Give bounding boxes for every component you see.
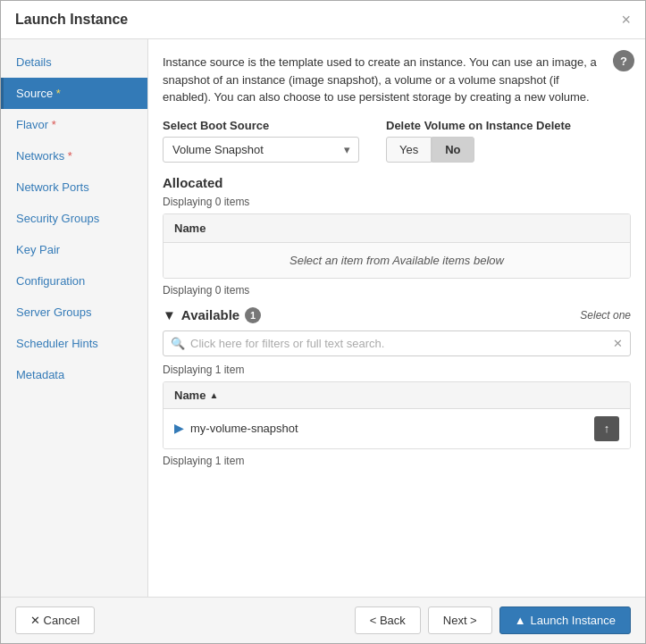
chevron-down-icon: ▼ bbox=[163, 307, 176, 322]
allocated-table: Name Select an item from Available items… bbox=[163, 213, 631, 279]
expand-row-button[interactable]: ▶ bbox=[174, 422, 183, 435]
sidebar-item-configuration[interactable]: Configuration bbox=[1, 265, 147, 297]
allocated-name-header: Name bbox=[164, 214, 630, 243]
delete-volume-yes[interactable]: Yes bbox=[386, 137, 432, 163]
boot-source-select[interactable]: Image Instance Snapshot Volume Volume Sn… bbox=[163, 137, 359, 163]
modal-header: Launch Instance × bbox=[1, 1, 645, 39]
delete-volume-no[interactable]: No bbox=[432, 137, 474, 163]
available-section: ▼ Available 1 Select one 🔍 ✕ Displaying … bbox=[163, 307, 631, 467]
available-name-header: Name ▲ bbox=[164, 382, 630, 409]
sort-arrow-icon[interactable]: ▲ bbox=[209, 390, 218, 400]
launch-instance-modal: Launch Instance × Details Source * Flavo… bbox=[0, 0, 646, 644]
back-button[interactable]: < Back bbox=[355, 606, 421, 634]
footer-right: < Back Next > ▲ Launch Instance bbox=[355, 606, 631, 634]
search-icon: 🔍 bbox=[171, 337, 185, 350]
boot-source-select-wrapper: Image Instance Snapshot Volume Volume Sn… bbox=[163, 137, 359, 163]
available-badge: 1 bbox=[245, 307, 261, 323]
help-button[interactable]: ? bbox=[613, 50, 634, 71]
allocated-display-count: Displaying 0 items bbox=[163, 196, 631, 208]
row-left: ▶ my-volume-snapshot bbox=[174, 422, 298, 435]
main-content: ? Instance source is the template used t… bbox=[148, 39, 645, 597]
delete-volume-toggle: Yes No bbox=[386, 137, 571, 163]
row-name: my-volume-snapshot bbox=[190, 422, 298, 435]
clear-search-button[interactable]: ✕ bbox=[613, 337, 623, 350]
delete-volume-label: Delete Volume on Instance Delete bbox=[386, 119, 571, 132]
available-title-group[interactable]: ▼ Available 1 bbox=[163, 307, 261, 323]
sidebar-item-flavor[interactable]: Flavor * bbox=[1, 109, 147, 140]
sidebar-item-key-pair[interactable]: Key Pair bbox=[1, 234, 147, 265]
launch-instance-button[interactable]: ▲ Launch Instance bbox=[499, 606, 631, 634]
modal-footer: ✕ Cancel < Back Next > ▲ Launch Instance bbox=[1, 597, 645, 643]
delete-volume-group: Delete Volume on Instance Delete Yes No bbox=[386, 119, 571, 163]
search-box: 🔍 ✕ bbox=[163, 330, 631, 356]
allocate-row-button[interactable]: ↑ bbox=[594, 416, 619, 441]
select-one-text: Select one bbox=[580, 309, 631, 322]
allocated-title: Allocated bbox=[163, 175, 631, 190]
available-label: Available bbox=[181, 307, 239, 322]
search-input[interactable] bbox=[190, 331, 608, 355]
sidebar-item-security-groups[interactable]: Security Groups bbox=[1, 203, 147, 234]
footer-left: ✕ Cancel bbox=[15, 606, 95, 634]
boot-source-group: Select Boot Source Image Instance Snapsh… bbox=[163, 119, 359, 163]
sidebar-item-source[interactable]: Source * bbox=[1, 78, 147, 109]
close-button[interactable]: × bbox=[621, 12, 631, 28]
modal-body: Details Source * Flavor * Networks * Net… bbox=[1, 39, 645, 597]
allocated-section: Allocated Displaying 0 items Name Select… bbox=[163, 175, 631, 297]
sidebar-item-networks[interactable]: Networks * bbox=[1, 140, 147, 171]
source-description: Instance source is the template used to … bbox=[163, 54, 600, 106]
cancel-button[interactable]: ✕ Cancel bbox=[15, 606, 95, 634]
sidebar-item-scheduler-hints[interactable]: Scheduler Hints bbox=[1, 328, 147, 359]
allocated-footer-count: Displaying 0 items bbox=[163, 284, 631, 297]
launch-icon: ▲ bbox=[515, 614, 526, 627]
sidebar-item-server-groups[interactable]: Server Groups bbox=[1, 297, 147, 328]
next-button[interactable]: Next > bbox=[428, 606, 492, 634]
table-row: ▶ my-volume-snapshot ↑ bbox=[164, 409, 630, 448]
available-footer-count: Displaying 1 item bbox=[163, 455, 631, 467]
sidebar-item-details[interactable]: Details bbox=[1, 46, 147, 78]
available-table: Name ▲ ▶ my-volume-snapshot ↑ bbox=[163, 381, 631, 449]
modal-title: Launch Instance bbox=[15, 12, 128, 28]
allocated-empty-message: Select an item from Available items belo… bbox=[164, 243, 630, 278]
launch-label: Launch Instance bbox=[531, 614, 616, 627]
boot-source-label: Select Boot Source bbox=[163, 119, 359, 132]
available-display-count: Displaying 1 item bbox=[163, 364, 631, 376]
available-header: ▼ Available 1 Select one bbox=[163, 307, 631, 323]
sidebar-item-metadata[interactable]: Metadata bbox=[1, 359, 147, 390]
sidebar: Details Source * Flavor * Networks * Net… bbox=[1, 39, 148, 597]
form-row: Select Boot Source Image Instance Snapsh… bbox=[163, 119, 631, 163]
sidebar-item-network-ports[interactable]: Network Ports bbox=[1, 171, 147, 203]
